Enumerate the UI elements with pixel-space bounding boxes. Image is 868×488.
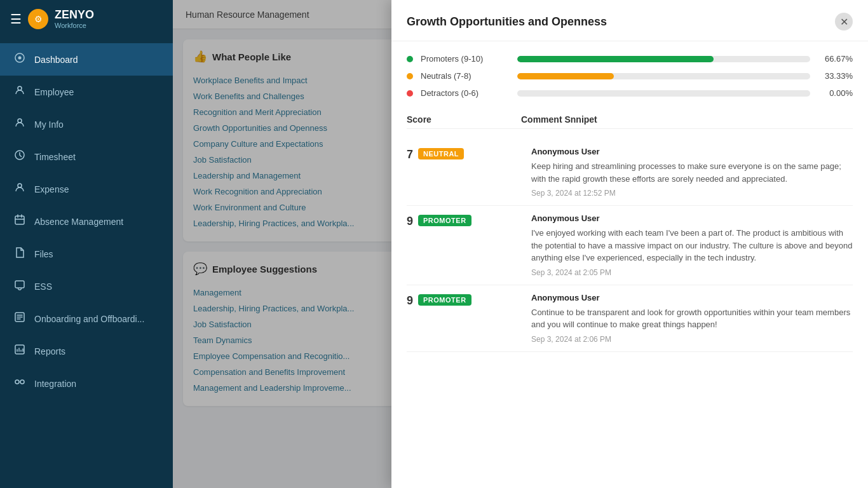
comment-row-1: 9 PROMOTER Anonymous User I've enjoyed w… [407, 206, 853, 285]
score-col-header: Score [407, 114, 521, 125]
promoters-dot [407, 56, 413, 62]
svg-rect-6 [15, 216, 24, 224]
sidebar-item-dashboard[interactable]: Dashboard [0, 43, 173, 76]
svg-rect-7 [15, 281, 24, 288]
badge-promoter-2: PROMOTER [418, 294, 471, 306]
logo-text-block: ZENYO Workforce [55, 9, 94, 29]
sidebar-item-reports[interactable]: Reports [0, 335, 173, 367]
comment-user-2: Anonymous User [531, 293, 853, 302]
comment-row-0: 7 NEUTRAL Anonymous User Keep hiring and… [407, 139, 853, 206]
absence-icon [13, 214, 27, 229]
modal-close-button[interactable]: ✕ [835, 13, 853, 30]
promoters-bar-fill [517, 56, 714, 62]
comment-body-2: Anonymous User Continue to be transparen… [531, 293, 853, 344]
sidebar-item-integration[interactable]: Integration [0, 367, 173, 400]
detractors-label: Detractors (0-6) [421, 88, 510, 98]
detractors-bar-container [517, 90, 810, 97]
stats-section: Promoters (9-10) 66.67% Neutrals (7-8) 3… [407, 54, 853, 98]
comment-user-1: Anonymous User [531, 214, 853, 223]
score-value-1: 9 [407, 215, 413, 228]
sidebar-item-employee-label: Employee [34, 87, 74, 97]
stat-row-promoters: Promoters (9-10) 66.67% [407, 54, 853, 64]
modal-header: Growth Opportunities and Openness ✕ [391, 0, 868, 41]
comment-user-0: Anonymous User [531, 147, 853, 156]
svg-point-2 [18, 86, 22, 90]
modal-body: Promoters (9-10) 66.67% Neutrals (7-8) 3… [391, 41, 868, 365]
sidebar-item-ess[interactable]: ESS [0, 270, 173, 302]
badge-neutral-0: NEUTRAL [418, 148, 464, 159]
neutrals-bar-fill [517, 73, 614, 79]
sidebar-item-employee[interactable]: Employee [0, 76, 173, 108]
detractors-pct: 0.00% [818, 88, 853, 98]
neutrals-bar-container [517, 73, 810, 79]
sidebar-item-onboarding[interactable]: Onboarding and Offboardi... [0, 302, 173, 335]
sidebar: ☰ ⚙ ZENYO Workforce Dashboard Employee M… [0, 0, 173, 488]
neutrals-dot [407, 73, 413, 79]
score-value-0: 7 [407, 148, 413, 161]
svg-point-5 [18, 184, 22, 187]
sidebar-item-dashboard-label: Dashboard [34, 55, 78, 65]
stat-row-detractors: Detractors (0-6) 0.00% [407, 88, 853, 98]
sidebar-header: ☰ ⚙ ZENYO Workforce [0, 0, 173, 38]
comment-time-2: Sep 3, 2024 at 2:06 PM [531, 335, 853, 344]
sidebar-nav: Dashboard Employee My Info Timesheet [0, 38, 173, 488]
integration-icon [13, 376, 27, 391]
stat-row-neutrals: Neutrals (7-8) 33.33% [407, 71, 853, 81]
brand-name: ZENYO [55, 9, 94, 22]
comment-time-1: Sep 3, 2024 at 2:05 PM [531, 268, 853, 277]
hamburger-icon[interactable]: ☰ [10, 11, 22, 27]
score-value-2: 9 [407, 294, 413, 308]
expense-icon [13, 182, 27, 196]
comment-text-2: Continue to be transparent and look for … [531, 306, 853, 331]
sidebar-item-absence[interactable]: Absence Management [0, 205, 173, 238]
ess-icon [13, 279, 27, 294]
sidebar-item-absence-label: Absence Management [34, 217, 123, 227]
promoters-label: Promoters (9-10) [421, 54, 510, 64]
myinfo-icon [13, 117, 27, 132]
score-cell-2: 9 PROMOTER [407, 293, 521, 344]
sidebar-item-integration-label: Integration [34, 379, 76, 389]
sidebar-item-onboarding-label: Onboarding and Offboardi... [34, 314, 144, 324]
score-table-header: Score Comment Snnipet [407, 111, 853, 129]
comment-body-1: Anonymous User I've enjoyed working with… [531, 214, 853, 277]
sidebar-item-expense[interactable]: Expense [0, 173, 173, 205]
svg-point-10 [15, 380, 19, 384]
sidebar-item-reports-label: Reports [34, 346, 65, 356]
employee-icon [13, 85, 27, 99]
sidebar-item-myinfo[interactable]: My Info [0, 108, 173, 140]
comment-time-0: Sep 3, 2024 at 12:52 PM [531, 189, 853, 198]
svg-point-3 [18, 119, 22, 123]
neutrals-label: Neutrals (7-8) [421, 71, 510, 81]
comment-text-1: I've enjoyed working with each team I've… [531, 227, 853, 264]
detractors-dot [407, 90, 413, 97]
modal-title: Growth Opportunities and Openness [407, 15, 607, 29]
sidebar-item-files-label: Files [34, 249, 53, 259]
dashboard-icon [13, 52, 27, 67]
score-section: Score Comment Snnipet 7 NEUTRAL Anonymou… [407, 111, 853, 352]
badge-promoter-1: PROMOTER [418, 215, 471, 226]
score-cell-1: 9 PROMOTER [407, 214, 521, 277]
comment-col-header: Comment Snnipet [521, 114, 853, 125]
score-cell-0: 7 NEUTRAL [407, 147, 521, 198]
reports-icon [13, 344, 27, 358]
comment-row-2: 9 PROMOTER Anonymous User Continue to be… [407, 285, 853, 352]
promoters-pct: 66.67% [818, 54, 853, 64]
logo-icon: ⚙ [28, 9, 48, 29]
neutrals-pct: 33.33% [818, 71, 853, 81]
comment-text-0: Keep hiring and streamlining processes t… [531, 160, 853, 185]
sidebar-item-timesheet[interactable]: Timesheet [0, 140, 173, 173]
sidebar-item-timesheet-label: Timesheet [34, 152, 76, 162]
comment-body-0: Anonymous User Keep hiring and streamlin… [531, 147, 853, 198]
timesheet-icon [13, 149, 27, 164]
modal-panel: Growth Opportunities and Openness ✕ Prom… [391, 0, 868, 488]
sidebar-item-ess-label: ESS [34, 281, 52, 292]
sidebar-item-myinfo-label: My Info [34, 119, 64, 130]
files-icon [13, 247, 27, 261]
svg-point-1 [18, 57, 22, 60]
promoters-bar-container [517, 56, 810, 62]
onboarding-icon [13, 311, 27, 326]
svg-point-11 [20, 380, 24, 384]
sidebar-item-expense-label: Expense [34, 184, 69, 194]
sidebar-item-files[interactable]: Files [0, 238, 173, 270]
brand-sub: Workforce [55, 22, 94, 29]
